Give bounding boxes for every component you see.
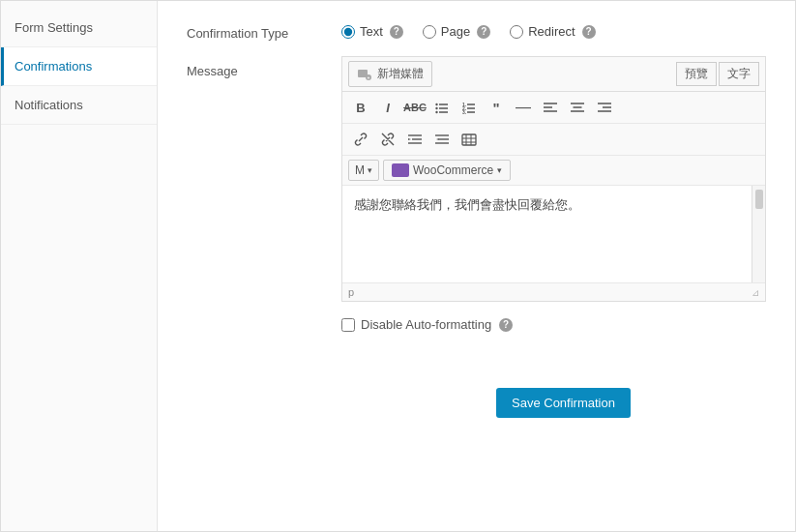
resize-handle[interactable]: ⊿	[752, 287, 759, 298]
editor-scroll-area: 感謝您聯絡我們，我們會盡快回覆給您。	[342, 186, 765, 282]
text-help-icon[interactable]: ?	[390, 25, 403, 39]
redirect-help-icon[interactable]: ?	[582, 25, 596, 39]
radio-redirect-input[interactable]	[510, 25, 523, 39]
add-media-label: 新增媒體	[377, 66, 424, 82]
ordered-list-button[interactable]: 1.2.3.	[457, 96, 482, 119]
scrollbar[interactable]	[752, 186, 765, 282]
message-label: Message	[187, 56, 341, 78]
merge-tags-dropdown-icon: ▾	[368, 165, 372, 175]
scroll-thumb	[755, 190, 763, 209]
confirmation-type-options: Text ? Page ? Redirect ?	[341, 20, 766, 39]
woocommerce-icon	[392, 163, 409, 177]
toolbar-row-2	[342, 124, 765, 156]
radio-page-input[interactable]	[423, 25, 436, 39]
radio-redirect[interactable]: Redirect ?	[510, 24, 595, 39]
disable-autoformat-checkbox[interactable]	[341, 318, 355, 332]
save-confirmation-button[interactable]: Save Confirmation	[496, 388, 631, 418]
link-icon	[354, 133, 368, 146]
page-wrapper: Form Settings Confirmations Notification…	[0, 0, 796, 532]
save-button-area: Save Confirmation	[341, 359, 766, 418]
disable-autoformat-label: Disable Auto-formatting	[361, 317, 491, 332]
table-button[interactable]	[457, 128, 482, 151]
link-button[interactable]	[348, 128, 373, 151]
radio-page-label: Page	[441, 24, 470, 39]
sidebar-item-confirmations[interactable]: Confirmations	[1, 47, 157, 86]
toolbar-row-1: B I ABC 1.2.3. " —	[342, 92, 765, 124]
radio-text[interactable]: Text ?	[341, 24, 403, 39]
radio-page[interactable]: Page ?	[423, 24, 490, 39]
editor-footer: p ⊿	[342, 282, 765, 301]
svg-text:3.: 3.	[462, 109, 467, 114]
align-center-button[interactable]	[565, 96, 590, 119]
merge-tags-icon: M	[355, 163, 365, 177]
sidebar-item-form-settings[interactable]: Form Settings	[1, 9, 157, 47]
editor-top-bar: + 新增媒體 預覽 文字	[342, 57, 765, 92]
view-tabs: 預覽 文字	[676, 62, 759, 86]
woocommerce-button[interactable]: WooCommerce ▾	[383, 160, 511, 181]
merge-tags-button[interactable]: M ▾	[348, 160, 379, 181]
confirmation-type-row: Confirmation Type Text ? Page ?	[187, 20, 766, 41]
align-right-button[interactable]	[592, 96, 617, 119]
outdent-button[interactable]	[429, 128, 455, 151]
ul-icon	[435, 102, 449, 114]
blockquote-button[interactable]: "	[484, 96, 509, 119]
radio-text-label: Text	[360, 24, 383, 39]
svg-rect-30	[462, 134, 476, 145]
indent-icon	[408, 133, 422, 145]
editor-wrapper: + 新增媒體 預覽 文字 B I ABC	[341, 56, 766, 302]
svg-point-8	[435, 110, 437, 112]
unlink-button[interactable]	[375, 128, 400, 151]
disable-autoformat-row: Disable Auto-formatting ?	[341, 317, 766, 332]
sidebar: Form Settings Confirmations Notification…	[1, 1, 158, 531]
table-icon	[461, 133, 477, 146]
align-left-icon	[544, 102, 557, 113]
svg-point-7	[435, 106, 437, 108]
editor-content: 感謝您聯絡我們，我們會盡快回覆給您。	[354, 197, 580, 212]
outdent-icon	[435, 133, 449, 145]
main-content: Confirmation Type Text ? Page ?	[158, 1, 795, 531]
align-right-icon	[598, 102, 611, 113]
add-media-icon: +	[357, 68, 372, 81]
message-row: Message + 新增媒體	[187, 56, 766, 302]
svg-point-6	[435, 103, 437, 104]
editor-tag: p	[348, 286, 354, 298]
svg-text:+: +	[368, 74, 370, 80]
text-tab[interactable]: 文字	[719, 62, 759, 86]
editor-container: + 新增媒體 預覽 文字 B I ABC	[341, 56, 766, 302]
align-left-button[interactable]	[538, 96, 563, 119]
strikethrough-button[interactable]: ABC	[402, 96, 427, 119]
radio-text-input[interactable]	[341, 25, 355, 39]
editor-body[interactable]: 感謝您聯絡我們，我們會盡快回覆給您。	[342, 186, 752, 282]
indent-button[interactable]	[402, 128, 427, 151]
italic-button[interactable]: I	[375, 96, 400, 119]
align-center-icon	[571, 102, 584, 113]
add-media-button[interactable]: + 新增媒體	[348, 61, 432, 87]
confirmation-type-label: Confirmation Type	[187, 20, 341, 41]
sidebar-item-notifications[interactable]: Notifications	[1, 86, 157, 125]
autoformat-help-icon[interactable]: ?	[499, 318, 513, 332]
unlink-icon	[381, 133, 395, 146]
preview-tab[interactable]: 預覽	[676, 62, 717, 86]
woocommerce-bar: M ▾ WooCommerce ▾	[342, 156, 765, 186]
ol-icon: 1.2.3.	[462, 102, 476, 114]
page-help-icon[interactable]: ?	[477, 25, 490, 39]
radio-group: Text ? Page ? Redirect ?	[341, 20, 766, 39]
woocommerce-label: WooCommerce	[413, 163, 493, 177]
woocommerce-chevron-icon: ▾	[497, 165, 502, 175]
radio-redirect-label: Redirect	[528, 24, 575, 39]
bold-button[interactable]: B	[348, 96, 373, 119]
unordered-list-button[interactable]	[429, 96, 455, 119]
horizontal-rule-button[interactable]: —	[511, 96, 536, 119]
